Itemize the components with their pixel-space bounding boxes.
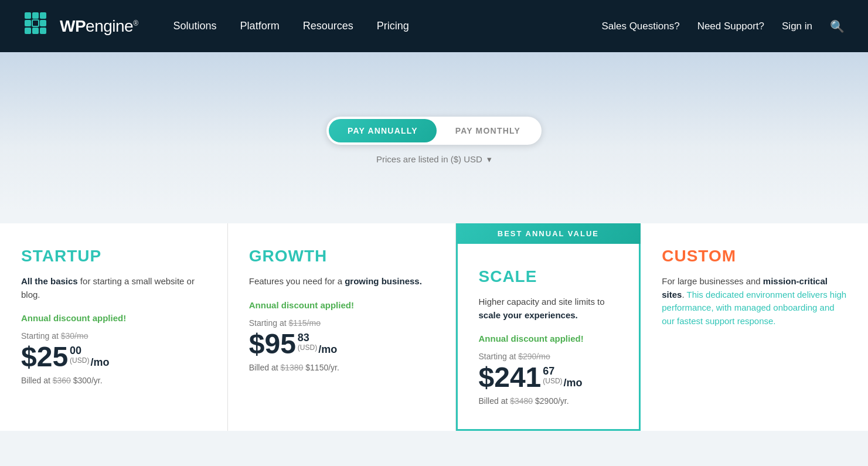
logo[interactable]: WPengine® — [23, 11, 138, 42]
scale-price-per: /mo — [564, 377, 583, 392]
nav-solutions[interactable]: Solutions — [173, 20, 217, 32]
svg-rect-9 — [40, 28, 46, 34]
nav-pricing[interactable]: Pricing — [377, 20, 409, 32]
growth-price-currency: (USD) — [298, 343, 317, 353]
startup-price-main: $25 — [21, 343, 68, 371]
custom-plan-name: CUSTOM — [662, 247, 847, 266]
scale-discount-label: Annual discount applied! — [479, 334, 618, 343]
startup-plan-desc: All the basics for starting a small webs… — [21, 275, 206, 301]
startup-price-cents-wrap: 00 (USD) — [70, 343, 89, 366]
scale-price-main: $241 — [479, 363, 542, 392]
startup-price-cents: 00 — [70, 345, 89, 356]
svg-rect-5 — [32, 20, 39, 26]
growth-price-cents: 83 — [298, 332, 317, 343]
custom-plan-desc: For large businesses and mission-critica… — [662, 275, 847, 328]
pricing-section: STARTUP All the basics for starting a sm… — [0, 212, 868, 466]
startup-billed-at: Billed at $360 $300/yr. — [21, 376, 206, 385]
logo-icon — [23, 11, 54, 42]
logo-text: WPengine® — [60, 17, 138, 36]
growth-price-cents-wrap: 83 (USD) — [298, 330, 317, 353]
scale-price-row: $241 67 (USD) /mo — [479, 363, 618, 392]
nav-support[interactable]: Need Support? — [697, 21, 764, 32]
growth-starting-at: Starting at $115/mo — [249, 318, 434, 328]
growth-price-row: $95 83 (USD) /mo — [249, 330, 434, 358]
scale-card-wrapper: BEST ANNUAL VALUE SCALE Higher capacity … — [456, 223, 641, 431]
growth-card: GROWTH Features you need for a growing b… — [228, 223, 456, 431]
scale-price-cents: 67 — [543, 366, 562, 376]
svg-rect-7 — [25, 28, 31, 34]
currency-text: Prices are listed in ($) USD ▾ — [376, 154, 492, 165]
scale-best-value-badge: BEST ANNUAL VALUE — [456, 223, 641, 244]
pay-annually-button[interactable]: PAY ANNUALLY — [329, 119, 437, 142]
cards-container: STARTUP All the basics for starting a sm… — [0, 223, 868, 431]
billing-toggle-wrap: PAY ANNUALLY PAY MONTHLY Prices are list… — [0, 117, 868, 165]
growth-discount-label: Annual discount applied! — [249, 300, 434, 310]
growth-price-per: /mo — [318, 343, 337, 358]
svg-rect-2 — [32, 12, 39, 19]
logo-registered: ® — [133, 19, 138, 27]
navigation: WPengine® Solutions Platform Resources P… — [0, 0, 868, 52]
scale-plan-desc: Higher capacity and site limits to scale… — [479, 295, 618, 322]
nav-resources[interactable]: Resources — [303, 20, 353, 32]
billing-toggle: PAY ANNUALLY PAY MONTHLY — [326, 117, 542, 145]
startup-price-row: $25 00 (USD) /mo — [21, 343, 206, 371]
nav-signin[interactable]: Sign in — [782, 21, 812, 32]
nav-platform[interactable]: Platform — [240, 20, 280, 32]
startup-card: STARTUP All the basics for starting a sm… — [0, 223, 228, 431]
growth-plan-desc: Features you need for a growing business… — [249, 275, 434, 288]
scale-card: SCALE Higher capacity and site limits to… — [456, 244, 641, 431]
svg-rect-1 — [25, 12, 31, 19]
scale-price-currency: (USD) — [543, 376, 562, 386]
nav-right: Sales Questions? Need Support? Sign in 🔍 — [601, 19, 845, 33]
svg-rect-4 — [25, 20, 31, 26]
scale-billed-at: Billed at $3480 $2900/yr. — [479, 396, 618, 406]
startup-starting-at: Starting at $30/mo — [21, 331, 206, 341]
pay-monthly-button[interactable]: PAY MONTHLY — [437, 119, 539, 142]
nav-sales[interactable]: Sales Questions? — [601, 21, 679, 32]
growth-plan-name: GROWTH — [249, 247, 434, 266]
startup-price-currency: (USD) — [70, 356, 89, 366]
svg-rect-8 — [32, 28, 39, 34]
startup-price-per: /mo — [90, 356, 109, 371]
scale-plan-name: SCALE — [479, 267, 618, 286]
currency-dropdown-arrow[interactable]: ▾ — [487, 154, 492, 165]
growth-billed-at: Billed at $1380 $1150/yr. — [249, 363, 434, 372]
startup-plan-name: STARTUP — [21, 247, 206, 266]
nav-links: Solutions Platform Resources Pricing — [173, 20, 602, 32]
search-icon[interactable]: 🔍 — [830, 19, 845, 33]
startup-discount-label: Annual discount applied! — [21, 313, 206, 323]
scale-starting-at: Starting at $290/mo — [479, 352, 618, 361]
scale-price-cents-wrap: 67 (USD) — [543, 363, 562, 386]
growth-price-main: $95 — [249, 330, 296, 358]
svg-rect-6 — [40, 20, 46, 26]
custom-card: CUSTOM For large businesses and mission-… — [641, 223, 868, 431]
hero-section: PAY ANNUALLY PAY MONTHLY Prices are list… — [0, 52, 868, 212]
svg-rect-3 — [40, 12, 46, 19]
